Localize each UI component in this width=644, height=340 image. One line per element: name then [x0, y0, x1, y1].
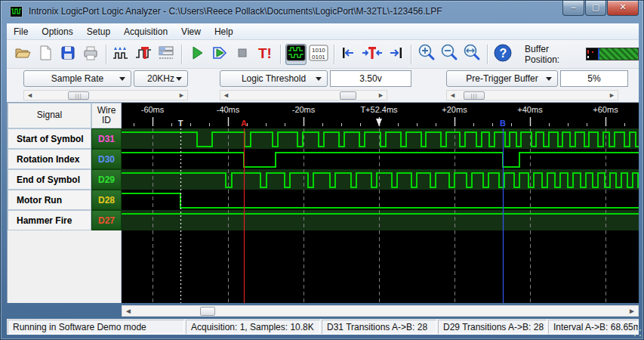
sample-rate-slider-thumb[interactable]: ||| — [68, 91, 89, 100]
chevron-down-icon — [119, 77, 125, 81]
acquisition-setup-button[interactable] — [156, 44, 177, 65]
new-file-button[interactable] — [35, 44, 56, 65]
logic-threshold-slider[interactable]: ◄ ► — [220, 90, 387, 100]
goto-start-icon — [340, 44, 358, 65]
signal-name[interactable]: End of Symbol — [8, 169, 91, 190]
toolbar-separator — [487, 45, 488, 64]
marker-T-label[interactable]: T — [178, 119, 183, 128]
sample-rate-combo[interactable]: Sample Rate — [23, 70, 131, 87]
scroll-left-arrow[interactable]: ◄ — [125, 307, 132, 316]
marker-A-label[interactable]: A — [241, 119, 247, 128]
waveform-track[interactable] — [122, 210, 639, 230]
horizontal-scrollbar[interactable]: ◄ ► — [122, 305, 639, 317]
toolbar-separator — [334, 45, 334, 64]
menu-acquisition[interactable]: Acquisition — [117, 25, 174, 39]
trigger-now-icon: T! — [256, 44, 274, 65]
logic-threshold-slider-thumb[interactable] — [340, 91, 356, 100]
scroll-right-arrow[interactable]: ► — [628, 307, 636, 316]
run-single-button[interactable] — [186, 44, 208, 65]
status-bar: Running in Software Demo modeAcquisition… — [7, 319, 639, 335]
run-single-icon — [188, 44, 206, 65]
slider-left-arrow: ◄ — [26, 91, 33, 100]
svg-text:0101: 0101 — [312, 54, 325, 60]
waveform-view-button[interactable] — [285, 44, 307, 65]
save-button[interactable] — [57, 44, 79, 65]
help-button[interactable]: ? — [492, 44, 513, 65]
goto-end-button[interactable] — [385, 44, 406, 65]
signal-name[interactable]: Hammer Fire — [8, 210, 91, 230]
state-list-view-button[interactable]: 10100101 — [308, 44, 329, 65]
title-bar[interactable]: Intronix LogicPort Logic Analyzer - C:\U… — [1, 1, 644, 23]
marker-B-label[interactable]: B — [500, 119, 506, 128]
logic-threshold-value-text: 3.50v — [359, 73, 381, 84]
status-section: D29 Transitions A->B: 28 — [438, 320, 547, 334]
pre-trigger-slider[interactable]: ◄ ► ||| — [446, 90, 618, 100]
run-repetitive-button[interactable] — [209, 44, 230, 65]
timeline-ruler[interactable]: -60ms-40ms-20msT+52.4ms+20ms+40ms+60msTA… — [122, 103, 639, 128]
menu-setup[interactable]: Setup — [80, 25, 117, 39]
chevron-down-icon — [546, 77, 552, 81]
buffer-position-label: Buffer Position: — [525, 44, 581, 65]
minimize-button[interactable]: – — [562, 1, 584, 16]
toolbar-separator — [106, 45, 106, 64]
signal-name[interactable]: Start of Symbol — [8, 128, 91, 149]
signal-column-header[interactable]: Signal — [8, 103, 91, 128]
menu-view[interactable]: View — [174, 25, 208, 39]
trigger-setup-button[interactable] — [133, 44, 154, 65]
minimize-icon: – — [571, 0, 575, 14]
zoom-fit-button[interactable] — [461, 44, 482, 65]
pre-trigger-value[interactable]: 5% — [560, 70, 628, 87]
pre-trigger-slider-thumb[interactable]: ||| — [464, 91, 485, 100]
close-button[interactable]: ✕ — [607, 1, 639, 16]
wire-id[interactable]: D31 — [91, 128, 122, 149]
wire-id-column-header[interactable]: Wire ID — [91, 103, 122, 128]
resize-grip[interactable] — [633, 328, 642, 338]
acquisition-setup-icon — [157, 44, 175, 65]
wire-id[interactable]: D29 — [91, 169, 122, 190]
waveform-panel: Signal Wire ID -60ms-40ms-20msT+52.4ms+2… — [7, 102, 639, 303]
waveform-background-area[interactable] — [122, 230, 639, 303]
goto-start-button[interactable] — [338, 44, 359, 65]
wire-id[interactable]: D30 — [91, 149, 122, 169]
waveform-view-icon — [286, 44, 306, 65]
signal-name[interactable]: Rotation Index — [8, 149, 91, 169]
signals-setup-button[interactable] — [110, 44, 131, 65]
wire-id[interactable]: D27 — [91, 210, 122, 230]
menu-options[interactable]: Options — [35, 25, 79, 39]
signal-name[interactable]: Motor Run — [8, 190, 91, 210]
toolbar-separator — [181, 45, 182, 64]
scrollbar-thumb[interactable] — [200, 307, 215, 316]
zoom-fit-icon — [462, 43, 482, 66]
print-button[interactable] — [80, 44, 101, 65]
time-label: +20ms — [442, 105, 467, 114]
pre-trigger-combo[interactable]: Pre-Trigger Buffer — [446, 70, 558, 87]
trigger-now-button[interactable]: T! — [254, 44, 276, 65]
menu-help[interactable]: Help — [208, 25, 240, 39]
time-label: -40ms — [217, 105, 240, 114]
status-section: Acquisition: 1, Samples: 10.8K — [186, 320, 320, 334]
menu-file[interactable]: File — [7, 25, 35, 39]
goto-trigger-button[interactable] — [361, 44, 384, 65]
open-file-button[interactable] — [12, 44, 33, 65]
waveform-track[interactable] — [122, 149, 639, 169]
sample-rate-value-combo[interactable]: 20KHz — [134, 70, 188, 87]
help-icon: ? — [493, 43, 513, 66]
menu-bar: FileOptionsSetupAcquisitionViewHelp — [7, 23, 639, 40]
sample-rate-value: 20KHz — [147, 73, 174, 84]
signal-row: End of SymbolD29 — [8, 169, 639, 190]
waveform-track[interactable] — [122, 190, 639, 210]
status-section: D31 Transitions A->B: 28 — [322, 320, 436, 334]
logic-threshold-value[interactable]: 3.50v — [330, 70, 411, 87]
time-label: -60ms — [141, 105, 165, 114]
maximize-button[interactable]: ▢ — [585, 1, 606, 16]
pre-trigger-label: Pre-Trigger Buffer — [466, 73, 538, 84]
waveform-track[interactable] — [122, 128, 639, 149]
wire-id[interactable]: D28 — [91, 190, 122, 210]
waveform-track[interactable] — [122, 169, 639, 190]
stop-button[interactable] — [232, 44, 253, 65]
zoom-out-button[interactable] — [439, 44, 460, 65]
logic-threshold-combo[interactable]: Logic Threshold — [220, 70, 328, 87]
zoom-in-button[interactable] — [416, 44, 437, 65]
app-icon — [10, 6, 23, 17]
sample-rate-slider[interactable]: ◄ ► ||| — [23, 90, 188, 100]
